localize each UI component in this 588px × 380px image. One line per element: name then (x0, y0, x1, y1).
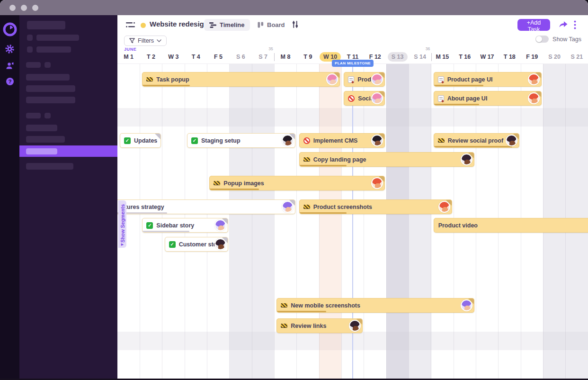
task-bar[interactable]: Popup images (209, 176, 385, 190)
tab-board[interactable]: Board (252, 19, 290, 31)
task-label: New mobile screenshots (291, 302, 374, 309)
day-label: W 17 (476, 52, 498, 62)
task-bar[interactable]: Task popup (142, 72, 340, 87)
skeleton-bar (26, 97, 75, 103)
task-progress-indicator (143, 85, 190, 86)
day-header-t9[interactable]: T 9 (297, 51, 319, 63)
avatar[interactable] (461, 154, 472, 165)
timeline-icon (209, 22, 216, 28)
task-bar[interactable]: Product screenshots (299, 199, 452, 214)
sidebar-icon-rail: ? (0, 15, 19, 380)
day-header-s13[interactable]: S 13 (386, 51, 409, 63)
task-bar[interactable]: Implement CMS (299, 133, 385, 148)
main-panel: Website redesign Timeline Board +Add Tas… (117, 15, 588, 380)
barrier-icon (281, 324, 287, 328)
filters-button[interactable]: Filters (124, 36, 167, 46)
skeleton-bar (27, 35, 33, 41)
show-tags-toggle[interactable] (535, 36, 549, 43)
project-header: Website redesign Timeline Board +Add Tas… (117, 15, 588, 34)
avatar[interactable] (528, 92, 540, 104)
kebab-menu-icon[interactable] (574, 20, 576, 31)
avatar[interactable] (371, 73, 383, 85)
week-number-label: 36 (426, 46, 430, 51)
task-bar[interactable]: atures strategy (117, 199, 295, 214)
day-header-w17[interactable]: W 17 (476, 51, 498, 63)
task-bar[interactable]: Product video (434, 218, 588, 233)
window-close-button[interactable] (9, 5, 16, 11)
day-header-f19[interactable]: F 19 (521, 51, 543, 63)
avatar[interactable] (506, 135, 517, 146)
barrier-icon (303, 157, 310, 162)
task-bar[interactable]: Review social proof (434, 133, 519, 148)
day-header-w3[interactable]: W 3 (162, 51, 185, 63)
task-bar[interactable]: About page UI (434, 91, 542, 106)
task-bar[interactable]: ✓Customer storie (165, 237, 228, 252)
day-label: T 16 (455, 52, 474, 62)
task-bar[interactable]: Review links (276, 318, 362, 333)
task-label: Implement CMS (313, 137, 372, 144)
day-header-s21[interactable]: S 21 (566, 51, 588, 63)
task-label: Sidebar story (156, 222, 208, 229)
day-header-f5[interactable]: F 5 (207, 51, 229, 63)
window-minimize-button[interactable] (21, 5, 27, 11)
add-task-button[interactable]: +Add Task (517, 19, 550, 31)
team-icon[interactable] (0, 61, 19, 72)
avatar[interactable] (461, 299, 472, 311)
task-bar[interactable]: Copy landing page (299, 152, 475, 167)
task-label: Product page UI (447, 76, 507, 83)
day-header-m8[interactable]: M 8 (274, 51, 296, 63)
day-grid-line (431, 64, 431, 379)
task-progress-indicator (143, 231, 189, 232)
chevron-down-icon (157, 39, 161, 42)
day-header-m1[interactable]: M 1 (117, 51, 140, 63)
day-label: M 8 (277, 52, 294, 62)
avatar[interactable] (282, 135, 294, 146)
sidebar-selected-item[interactable] (19, 145, 117, 157)
help-icon[interactable]: ? (0, 77, 19, 88)
day-label: M 15 (432, 52, 453, 62)
day-header-t18[interactable]: T 18 (499, 51, 521, 63)
avatar[interactable] (438, 201, 450, 213)
skeleton-bar (36, 46, 71, 53)
show-segments-tab[interactable]: Show Segments ▶ (118, 200, 126, 248)
board-icon (258, 22, 264, 28)
task-bar[interactable]: ✓Staging setup (187, 133, 295, 148)
day-header-s14[interactable]: S 14 (409, 51, 431, 63)
skeleton-bar (26, 62, 41, 68)
task-bar[interactable]: Produc (344, 72, 385, 87)
day-header-t4[interactable]: T 4 (185, 51, 207, 63)
window-titlebar[interactable] (0, 0, 588, 15)
day-header-m15[interactable]: M 15 (431, 51, 454, 63)
task-bar[interactable]: ✓Updates (120, 133, 161, 148)
day-header-s7[interactable]: S 7 (252, 51, 274, 63)
avatar[interactable] (528, 73, 540, 85)
day-header-s6[interactable]: S 6 (230, 51, 252, 63)
day-header-t2[interactable]: T 2 (140, 51, 162, 63)
weekend-column (230, 64, 252, 379)
avatar[interactable] (326, 73, 338, 85)
tab-timeline[interactable]: Timeline (204, 19, 250, 31)
day-header-s20[interactable]: S 20 (543, 51, 565, 63)
task-bar[interactable]: Social (344, 91, 385, 106)
settings-gear-icon[interactable] (0, 44, 19, 56)
task-bar[interactable]: ✓Sidebar story (142, 218, 228, 233)
avatar[interactable] (214, 219, 226, 231)
share-icon[interactable] (559, 20, 568, 30)
avatar[interactable] (282, 201, 294, 213)
task-label: Copy landing page (313, 156, 381, 163)
window-zoom-button[interactable] (32, 5, 38, 11)
sliders-icon[interactable] (292, 20, 299, 30)
menu-icon[interactable] (126, 21, 135, 30)
avatar[interactable] (349, 320, 361, 332)
day-header-t16[interactable]: T 16 (454, 51, 476, 63)
avatar[interactable] (371, 92, 383, 104)
task-bar[interactable]: Product page UI (434, 72, 542, 87)
plan-milestone-badge[interactable]: PLAN MILESTONE (332, 60, 374, 67)
skeleton-bar (45, 113, 51, 118)
avatar[interactable] (214, 238, 226, 250)
avatar[interactable] (371, 135, 383, 146)
task-progress-indicator (434, 146, 512, 147)
toggl-plan-logo-icon[interactable] (0, 22, 19, 38)
task-bar[interactable]: New mobile screenshots (276, 298, 474, 313)
avatar[interactable] (371, 177, 383, 189)
